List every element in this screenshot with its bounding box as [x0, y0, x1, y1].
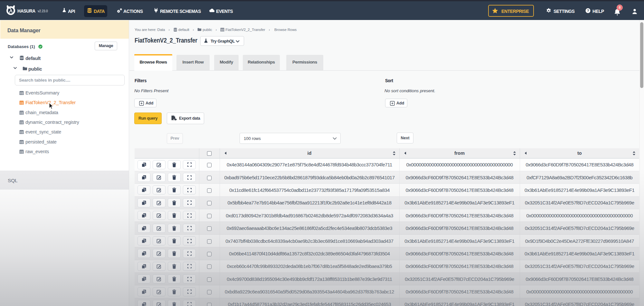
svg-text:?: ?: [587, 9, 589, 13]
